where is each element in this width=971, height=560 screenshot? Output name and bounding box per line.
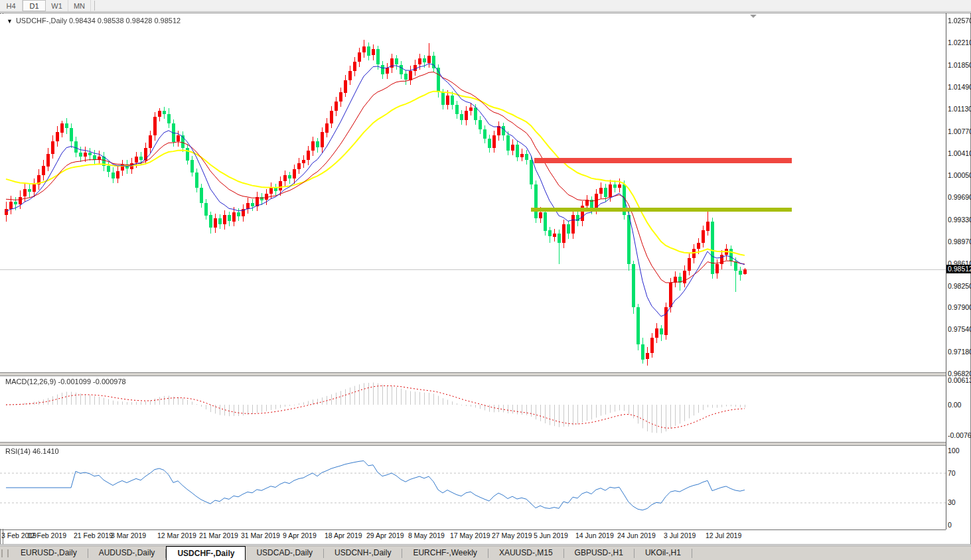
- date-axis-label: 9 Apr 2019: [283, 531, 317, 539]
- timeframe-toolbar: H4D1W1MN: [0, 0, 971, 12]
- panel-divider-rsi[interactable]: [0, 442, 946, 446]
- price-axis-label: 1.01490: [948, 83, 971, 91]
- price-axis-label: 0.98970: [948, 238, 971, 245]
- rsi-label: RSI(14) 46.1410: [5, 447, 59, 455]
- price-axis-label: 0.97900: [948, 303, 971, 311]
- date-axis-label: 3 Jul 2019: [664, 531, 696, 539]
- rsi-axis-label: 100: [948, 447, 971, 455]
- tab-separator: [692, 549, 692, 558]
- rsi-value: 46.1410: [33, 447, 59, 455]
- price-axis-label: 1.01850: [948, 61, 971, 69]
- toolbar-separator: [91, 1, 95, 11]
- chart-tab-xauusd[interactable]: XAUUSD-,M15: [488, 546, 563, 560]
- price-axis-label: 0.99330: [948, 216, 971, 224]
- rsi-axis-label: 70: [948, 469, 971, 477]
- chart-symbol-label: USDCHF-,Daily: [16, 17, 67, 25]
- date-axis-label: 12 Mar 2019: [157, 531, 196, 539]
- date-axis-label: 12 Feb 2019: [27, 531, 66, 539]
- price-chart-canvas[interactable]: [0, 14, 946, 372]
- price-axis-label: 1.01130: [948, 105, 971, 113]
- price-axis-label: 0.97540: [948, 325, 971, 333]
- panel-divider-macd[interactable]: [0, 372, 946, 376]
- price-axis-label: 1.00410: [948, 149, 971, 157]
- date-axis-label: 24 Jun 2019: [617, 531, 656, 539]
- date-axis-label: 14 Jun 2019: [575, 531, 614, 539]
- price-axis-label: 1.00050: [948, 171, 971, 179]
- rsi-axis-label: 0: [948, 521, 971, 529]
- chart-tab-usdcnh[interactable]: USDCNH-,Daily: [324, 546, 402, 560]
- macd-values: -0.001099 -0.000978: [58, 378, 125, 385]
- rsi-axis-label: 30: [948, 498, 971, 506]
- chart-tab-usdcad[interactable]: USDCAD-,Daily: [246, 546, 323, 560]
- date-axis-label: 3 Mar 2019: [111, 531, 146, 539]
- macd-axis-label: 0.00613: [948, 376, 971, 384]
- macd-axis-label: 0.00: [948, 401, 971, 409]
- date-axis-label: 31 Mar 2019: [241, 531, 280, 539]
- trading-platform-window: H4D1W1MN ▼USDCHF-,Daily 0.98434 0.98538 …: [0, 0, 971, 560]
- tab-bar-border: [0, 544, 971, 545]
- chart-tab-eurusd[interactable]: EURUSD-,Daily: [10, 546, 88, 560]
- macd-axis-label: -0.007612: [948, 431, 971, 439]
- date-axis-label: 29 Apr 2019: [366, 531, 404, 539]
- chart-tab-audusd[interactable]: AUDUSD-,Daily: [88, 546, 166, 560]
- chart-tab-eurchf[interactable]: EURCHF-,Weekly: [402, 546, 487, 560]
- date-axis-label: 5 Jun 2019: [534, 531, 568, 539]
- date-axis-label: 12 Jul 2019: [706, 531, 741, 539]
- price-axis-label: 0.97180: [948, 348, 971, 356]
- tab-bar-gripper[interactable]: [1, 549, 9, 557]
- chart-tab-bar: EURUSD-,DailyAUDUSD-,DailyUSDCHF-,DailyU…: [0, 545, 971, 560]
- price-axis-label: 1.02570: [948, 17, 971, 25]
- price-axis-label: 1.00770: [948, 127, 971, 135]
- date-axis-label: 21 Feb 2019: [74, 531, 113, 539]
- macd-label: MACD(12,26,9) -0.001099 -0.000978: [5, 378, 126, 385]
- chart-shift-marker-icon[interactable]: [750, 15, 757, 18]
- date-axis-label: 17 May 2019: [450, 531, 490, 539]
- chart-tab-ukoil[interactable]: UKOil-,H1: [635, 546, 692, 560]
- price-axis-label: 0.99690: [948, 193, 971, 201]
- timeframe-button-w1[interactable]: W1: [46, 0, 68, 11]
- date-axis-label: 27 May 2019: [492, 531, 532, 539]
- date-axis-label: 8 May 2019: [408, 531, 445, 539]
- price-axis-label: 0.98250: [948, 282, 971, 290]
- date-axis-label: 18 Apr 2019: [325, 531, 362, 539]
- price-axis-label: 1.02210: [948, 38, 971, 46]
- timeframe-button-d1[interactable]: D1: [23, 0, 46, 11]
- chart-tab-gbpusd[interactable]: GBPUSD-,H1: [564, 546, 634, 560]
- chart-title: ▼USDCHF-,Daily 0.98434 0.98538 0.98428 0…: [7, 17, 181, 25]
- date-axis-line: [0, 529, 946, 530]
- macd-indicator-canvas[interactable]: [0, 376, 946, 442]
- chart-tab-usdchf[interactable]: USDCHF-,Daily: [166, 546, 246, 560]
- date-axis-label: 21 Mar 2019: [199, 531, 238, 539]
- current-price-badge: 0.98512: [946, 265, 971, 273]
- timeframe-button-mn[interactable]: MN: [68, 0, 91, 11]
- rsi-indicator-canvas[interactable]: [0, 445, 946, 529]
- chart-ohlc-values: 0.98434 0.98538 0.98428 0.98512: [69, 17, 181, 25]
- chart-window-border-top: [0, 13, 971, 13]
- symbol-dropdown-icon: ▼: [7, 18, 13, 25]
- timeframe-button-h4[interactable]: H4: [0, 0, 23, 11]
